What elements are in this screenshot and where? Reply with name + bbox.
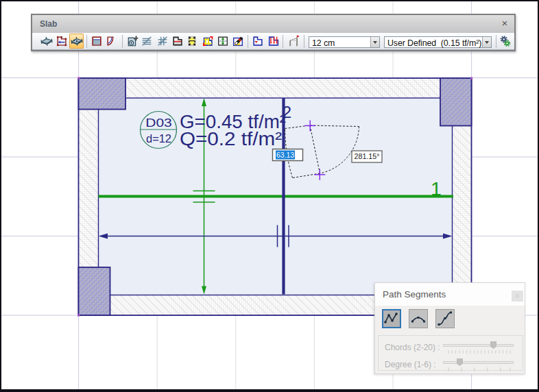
svg-text:281.15°: 281.15°	[355, 152, 380, 160]
svg-text:63.13: 63.13	[276, 151, 294, 159]
svg-text:d=12: d=12	[146, 132, 171, 145]
svg-text:1: 1	[431, 177, 442, 199]
svg-text:Q=0.2 tf/m²: Q=0.2 tf/m²	[180, 129, 282, 149]
svg-text:D03: D03	[145, 117, 172, 130]
